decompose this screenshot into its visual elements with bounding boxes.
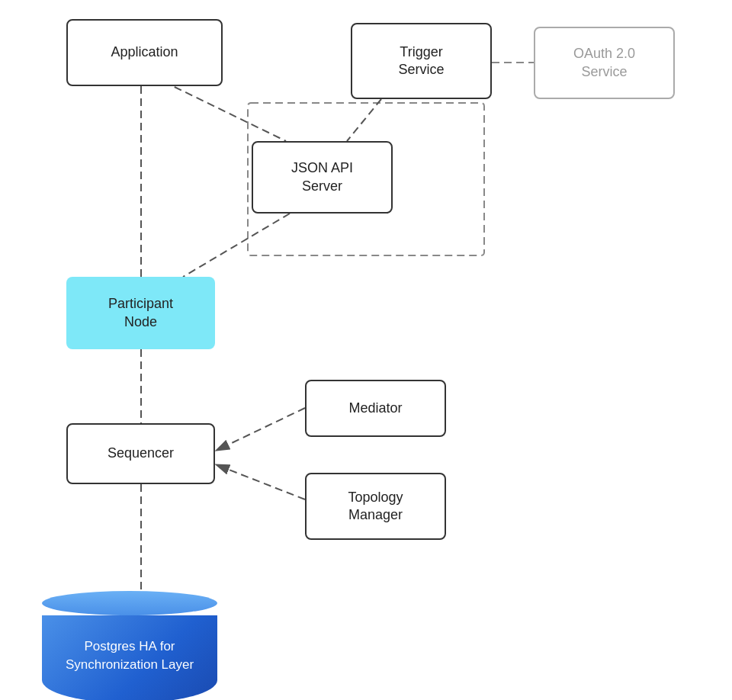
svg-line-9 bbox=[217, 465, 305, 499]
participant-node-label: ParticipantNode bbox=[108, 295, 173, 331]
json-api-server-label: JSON APIServer bbox=[291, 159, 353, 195]
sequencer-label: Sequencer bbox=[108, 445, 174, 462]
json-api-server-node: JSON APIServer bbox=[252, 141, 393, 214]
svg-line-8 bbox=[217, 408, 305, 450]
cylinder-body: Postgres HA forSynchronization Layer bbox=[42, 615, 217, 700]
mediator-node: Mediator bbox=[305, 380, 446, 437]
postgres-ha-node: Postgres HA forSynchronization Layer bbox=[42, 591, 217, 700]
mediator-label: Mediator bbox=[348, 400, 402, 417]
participant-node: ParticipantNode bbox=[66, 277, 215, 349]
diagram-container: Application TriggerService OAuth 2.0Serv… bbox=[0, 0, 732, 700]
svg-line-3 bbox=[347, 99, 381, 141]
postgres-ha-label: Postgres HA forSynchronization Layer bbox=[50, 622, 209, 697]
cylinder-top bbox=[42, 591, 217, 615]
application-label: Application bbox=[111, 43, 178, 61]
svg-line-5 bbox=[183, 214, 290, 277]
application-node: Application bbox=[66, 19, 223, 86]
oauth-service-node: OAuth 2.0Service bbox=[534, 27, 675, 99]
topology-manager-node: TopologyManager bbox=[305, 473, 446, 540]
trigger-service-node: TriggerService bbox=[351, 23, 492, 99]
topology-manager-label: TopologyManager bbox=[348, 489, 403, 525]
oauth-service-label: OAuth 2.0Service bbox=[573, 45, 635, 81]
sequencer-node: Sequencer bbox=[66, 423, 215, 484]
trigger-service-label: TriggerService bbox=[398, 43, 444, 79]
